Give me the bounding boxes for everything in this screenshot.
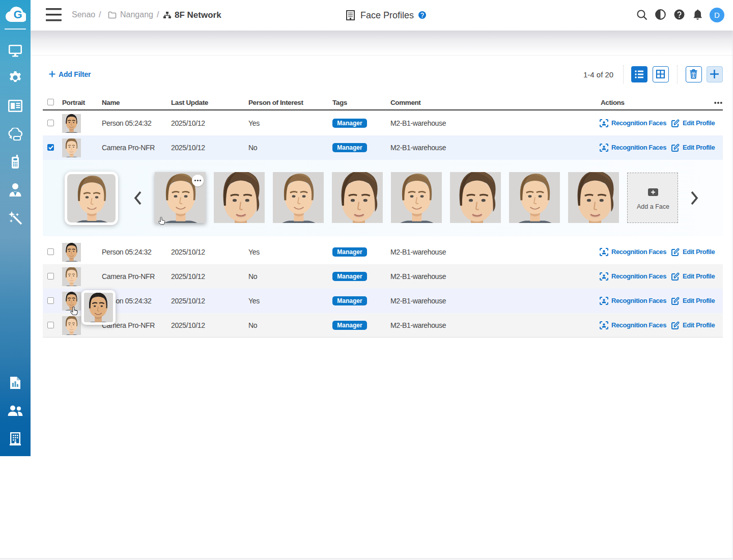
svg-text:G: G xyxy=(13,8,22,21)
